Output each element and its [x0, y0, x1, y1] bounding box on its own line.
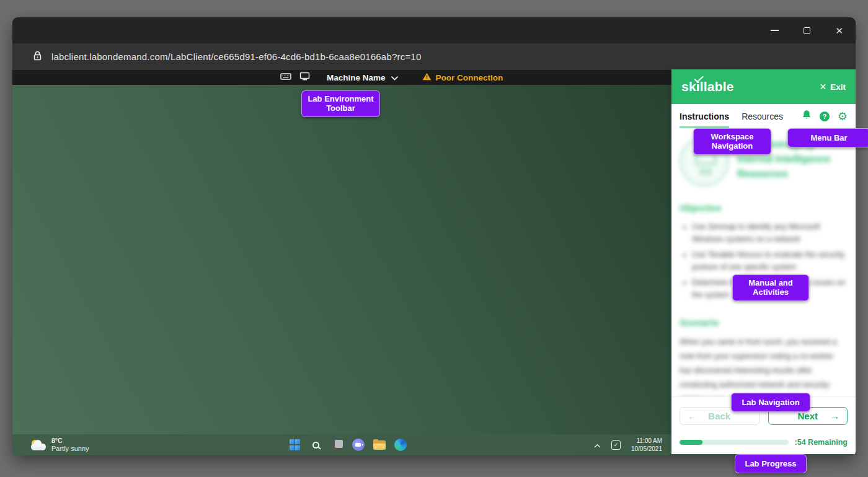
connection-status: Poor Connection: [422, 72, 503, 83]
title-bar: ✕: [12, 17, 856, 43]
tab-resources[interactable]: Resources: [742, 104, 783, 128]
taskbar-clock[interactable]: 11:00 AM 10/05/2021: [631, 437, 662, 453]
bell-icon[interactable]: [802, 110, 812, 123]
url-text[interactable]: labclient.labondemand.com/LabClient/ce66…: [51, 51, 421, 62]
help-icon[interactable]: ?: [820, 112, 830, 121]
weather-icon: [31, 440, 46, 450]
exit-icon: ✕: [820, 82, 827, 92]
objective-item: Use Zenmap to identify any Microsoft Win…: [692, 221, 848, 245]
taskbar-center-icons: [288, 434, 407, 455]
progress-fill: [680, 440, 702, 445]
skillable-logo-text: skillable: [681, 79, 734, 94]
objective-heading: Objective: [680, 203, 848, 213]
action-center-icon[interactable]: ✓: [611, 440, 621, 450]
close-icon[interactable]: ✕: [835, 26, 843, 35]
file-explorer-icon[interactable]: [373, 439, 386, 452]
instructions-content[interactable]: Lab: Leveraging Internal Intelligence Re…: [671, 128, 856, 396]
weather-temperature: 8°C: [51, 437, 89, 445]
tray-chevron-icon[interactable]: [594, 439, 601, 450]
exit-button[interactable]: ✕ Exit: [820, 82, 846, 92]
clock-date: 10/05/2021: [631, 445, 662, 453]
panel-menu-bar: Instructions Resources ? ⚙: [671, 104, 856, 128]
annotation-workspace-navigation: WorkspaceNavigation: [693, 128, 771, 155]
objective-item: Use Tenable Nessus to evaluate the secur…: [692, 248, 848, 273]
connection-status-label: Poor Connection: [436, 73, 503, 82]
lock-icon: [33, 51, 42, 63]
annotation-lab-navigation: Lab Navigation: [731, 393, 810, 412]
back-label: Back: [708, 411, 730, 421]
clock-time: 11:00 AM: [636, 437, 662, 445]
progress-bar: [680, 440, 789, 445]
task-view-icon[interactable]: [330, 439, 343, 452]
scenario-text: When you came in from lunch, you receive…: [680, 335, 848, 396]
weather-condition: Partly sunny: [51, 445, 89, 453]
next-arrow-icon: →: [830, 411, 839, 421]
annotation-manual-and-activities: Manual andActivities: [732, 274, 809, 301]
machine-name-label: Machine Name: [327, 73, 386, 82]
search-icon[interactable]: [309, 439, 322, 452]
lab-progress: :54 Remaining: [671, 434, 856, 454]
back-arrow-icon: ←: [688, 411, 697, 421]
edge-icon[interactable]: [394, 439, 407, 452]
time-remaining-label: :54 Remaining: [795, 438, 848, 447]
system-tray: ✓ 11:00 AM 10/05/2021: [594, 434, 662, 455]
maximize-icon[interactable]: [804, 27, 810, 34]
minimize-icon[interactable]: [771, 30, 779, 31]
keyboard-icon[interactable]: [280, 72, 291, 83]
warning-icon: [422, 72, 432, 83]
monitor-icon[interactable]: [299, 72, 310, 83]
annotation-lab-environment-toolbar: Lab EnvironmentToolbar: [301, 90, 380, 117]
machine-name-dropdown[interactable]: Machine Name: [327, 72, 398, 83]
next-label: Next: [797, 411, 818, 421]
gear-icon[interactable]: ⚙: [838, 111, 848, 122]
panel-header: skillable ✕ Exit: [671, 69, 856, 104]
chat-icon[interactable]: [352, 439, 365, 452]
address-bar[interactable]: labclient.labondemand.com/LabClient/ce66…: [12, 43, 856, 70]
tab-instructions[interactable]: Instructions: [680, 104, 729, 128]
start-icon[interactable]: [288, 439, 301, 452]
taskbar-weather-widget[interactable]: 8°C Partly sunny: [31, 434, 89, 455]
annotation-lab-progress: Lab Progress: [735, 454, 807, 473]
skillable-logo: skillable: [681, 79, 734, 94]
browser-window: ✕ labclient.labondemand.com/LabClient/ce…: [12, 17, 856, 455]
scenario-heading: Scenario: [680, 317, 848, 328]
exit-label: Exit: [830, 82, 846, 92]
annotation-menu-bar: Menu Bar: [787, 128, 868, 147]
chevron-down-icon: [391, 72, 398, 83]
